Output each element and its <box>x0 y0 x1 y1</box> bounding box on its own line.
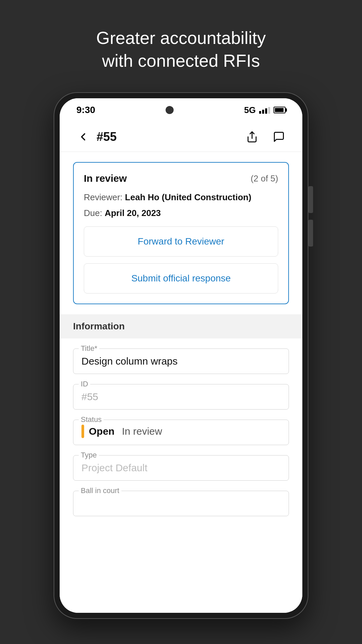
network-label: 5G <box>244 105 256 115</box>
form-section: Title* Design column wraps ID #55 Status… <box>60 348 302 516</box>
share-button[interactable] <box>242 127 262 147</box>
status-indicator <box>81 425 84 438</box>
page-title: Greater accountability with connected RF… <box>96 27 266 72</box>
status-bar: 9:30 5G <box>60 98 302 122</box>
title-label: Title* <box>79 344 99 353</box>
signal-icon <box>259 106 270 114</box>
vol-up-button <box>308 186 313 213</box>
review-card-header: In review (2 of 5) <box>84 173 278 184</box>
information-section-header: Information <box>60 314 302 338</box>
status-time: 9:30 <box>76 105 95 115</box>
title-field[interactable]: Title* Design column wraps <box>73 348 289 374</box>
screen-content[interactable]: In review (2 of 5) Reviewer: Leah Ho (Un… <box>60 152 302 613</box>
title-value: Design column wraps <box>81 354 281 367</box>
review-status: In review <box>84 173 127 184</box>
ball-in-court-label: Ball in court <box>79 486 121 495</box>
reviewer-info: Reviewer: Leah Ho (United Construction) <box>84 191 278 204</box>
vol-down-button <box>308 220 313 247</box>
page-header: Greater accountability with connected RF… <box>96 27 266 72</box>
id-label: ID <box>79 380 90 388</box>
status-icons: 5G <box>244 105 286 115</box>
front-camera <box>166 106 174 114</box>
phone-shell: 9:30 5G #55 <box>54 92 308 619</box>
ball-in-court-value <box>81 496 281 509</box>
status-value-container: Open In review <box>81 425 281 438</box>
nav-title: #55 <box>97 130 242 144</box>
nav-actions <box>242 127 289 147</box>
status-field[interactable]: Status Open In review <box>73 420 289 445</box>
due-date: April 20, 2023 <box>105 208 161 218</box>
type-value: Project Default <box>81 460 281 474</box>
due-info: Due: April 20, 2023 <box>84 207 278 220</box>
ball-in-court-field[interactable]: Ball in court <box>73 491 289 516</box>
forward-to-reviewer-button[interactable]: Forward to Reviewer <box>84 226 278 257</box>
top-nav: #55 <box>60 122 302 152</box>
id-value: #55 <box>81 389 281 402</box>
id-field[interactable]: ID #55 <box>73 384 289 410</box>
battery-icon <box>274 107 286 113</box>
status-label: Status <box>79 415 104 424</box>
submit-official-response-button[interactable]: Submit official response <box>84 263 278 293</box>
type-field[interactable]: Type Project Default <box>73 455 289 481</box>
comment-button[interactable] <box>269 127 289 147</box>
review-count: (2 of 5) <box>251 173 278 184</box>
status-open-text: Open <box>89 426 115 437</box>
back-button[interactable] <box>73 127 93 147</box>
phone-screen: 9:30 5G #55 <box>60 98 302 613</box>
type-label: Type <box>79 451 99 460</box>
status-sub-text: In review <box>122 426 162 437</box>
reviewer-name: Leah Ho (United Construction) <box>125 192 251 202</box>
review-card: In review (2 of 5) Reviewer: Leah Ho (Un… <box>73 162 289 304</box>
